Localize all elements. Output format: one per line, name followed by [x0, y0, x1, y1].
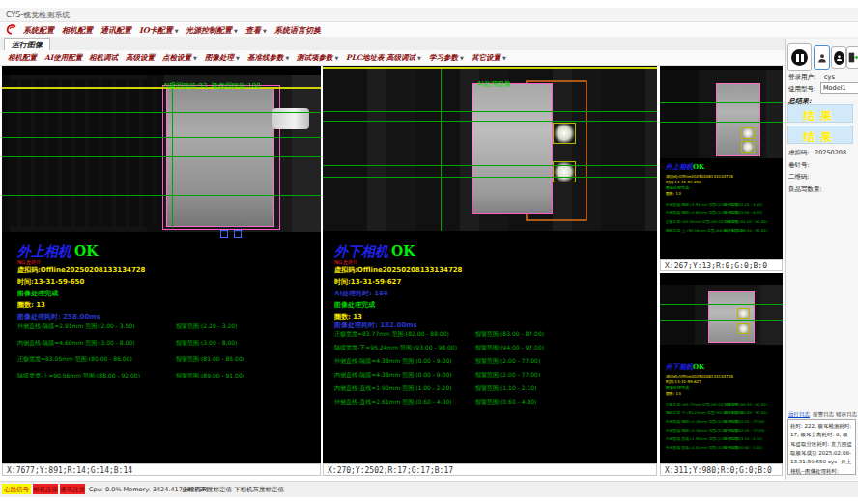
pin-number-label: 卷针号:	[788, 161, 810, 170]
processing-done: 图像处理完成	[17, 289, 58, 298]
thumb-top-photo	[660, 70, 783, 158]
alarm-range: 报警范围:(89.00 - 91.00)	[176, 372, 244, 380]
user-badge-button[interactable]	[831, 46, 846, 69]
alarm-range: 报警范围:(3.00 - 8.00)	[176, 339, 237, 348]
alarm-range: 报警范围:(2.00 - 77.00)	[724, 419, 765, 424]
menu-item-comm-config[interactable]: 通讯配置	[100, 25, 131, 36]
model-select[interactable]: Model1	[820, 82, 858, 94]
tool-learning-params[interactable]: 学习参数▼	[429, 53, 464, 63]
qr-code-label: 二维码:	[788, 173, 810, 182]
chevron-down-icon: ▼	[286, 55, 290, 61]
tool-advanced-debug[interactable]: 高级调试▼	[386, 53, 421, 63]
thumbnail-top-coordinates: X:267;Y:13;R:0;G:0;B:0	[660, 259, 783, 271]
log-text-area[interactable]: 耗时: 222, 极耳检测耗时: 17, 极耳分离耗时: 0, 极耳提取分区耗时…	[787, 419, 856, 475]
measure-value: 隔膜宽度-下=95.24mm 范围:(93.00 - 98.00)	[334, 344, 457, 352]
alarm-range: 报警范围:(0.60 - 4.00)	[475, 398, 536, 406]
turn-count: 圈数: 13	[666, 191, 681, 196]
camera-view-left[interactable]: N极间隙值:93, 吸盘间隙值:100 外上相机OK NG允许!! 虚拟码:Of…	[2, 66, 321, 463]
tool-test-params[interactable]: 测试项参数▼	[297, 53, 338, 63]
alarm-range: 报警范围:(1.10 - 2.10)	[724, 436, 762, 441]
ng-note: NG允许!!	[334, 259, 358, 266]
tab-weld-spot	[741, 141, 755, 153]
virtual-code-label: 虚拟码:	[788, 149, 810, 157]
measure-value: 内侧直线-直线=1.90mm 范围:(1.00 - 2.20)	[334, 384, 452, 393]
tab-weld-spot	[737, 323, 750, 334]
thumbnail-view-bottom[interactable]: 外下相机OK 虚拟码:Offline20250208133134728 时间:1…	[660, 273, 783, 463]
alarm-range: 报警范围:(2.20 - 3.20)	[724, 202, 762, 207]
chevron-down-icon: ▼	[234, 28, 238, 34]
battery-cell-region	[472, 83, 553, 214]
pause-button[interactable]	[787, 43, 812, 71]
measure-line	[2, 112, 321, 113]
log-tab-run[interactable]: 运行日志	[788, 411, 810, 418]
log-tab-error[interactable]: 错误日志	[836, 411, 857, 418]
menu-item-io-config[interactable]: IO卡配置▼	[139, 25, 179, 36]
camera-left-photo	[2, 75, 321, 232]
capture-time: 时间:13-31-59-627	[334, 277, 401, 287]
user-icon	[817, 52, 827, 64]
thumbnail-bottom-coordinates: X:311;Y:980;R:0;G:0;B:0	[660, 463, 783, 476]
capture-time: 时间:13-31-59-650	[666, 180, 701, 184]
measure-value: 正极宽度=83.77mm 范围:(82.00 - 88.00)	[334, 330, 449, 339]
app-window: CYS-视觉检测系统 系统配置 相机配置 通讯配置 IO卡配置▼ 光源控制配置▼…	[0, 0, 858, 504]
ai-elapsed: AI处理耗时: 166	[334, 289, 388, 298]
user-button[interactable]	[814, 45, 830, 70]
thumbnail-view-top[interactable]: 外上相机OK 虚拟码:Offline20250208133134728 时间:1…	[660, 66, 783, 259]
tool-advanced-settings[interactable]: 高级设置	[126, 53, 155, 63]
measure-line	[660, 304, 783, 305]
measure-vline	[172, 85, 173, 228]
ng-note: NG允许!!	[17, 259, 41, 266]
virtual-code: 虚拟码:Offline20250208133134728	[666, 174, 733, 179]
window-title: CYS-视觉检测系统	[6, 10, 70, 20]
bottom-camera-gray-calibration[interactable]: 下相机灰度标定值	[234, 486, 284, 494]
measure-value: 正极宽度=83.05mm 范围:(80.00 - 86.00)	[17, 355, 132, 364]
menu-item-system-config[interactable]: 系统配置	[23, 25, 54, 36]
blue-marker	[220, 230, 228, 238]
heartbeat-indicator: 心跳信号	[2, 484, 31, 494]
tool-spot-check[interactable]: 点检设置▼	[162, 53, 197, 63]
menu-item-view[interactable]: 查看▼	[245, 25, 267, 36]
menu-item-light-config[interactable]: 光源控制配置▼	[186, 25, 238, 36]
exit-button[interactable]	[846, 46, 858, 69]
alarm-range: 报警范围:(94.00 - 97.00)	[475, 344, 544, 352]
tool-other-settings[interactable]: 其它设置▼	[472, 53, 506, 63]
tool-ai-config[interactable]: AI使用配置	[44, 53, 82, 63]
measure-value: 内侧直线-隔膜=4.38mm 范围:(0.00 - 9.00)	[334, 371, 452, 379]
camera-left-coordinates: X:7677;Y:891;R:14;G:14;B:14	[2, 463, 321, 476]
virtual-code: 虚拟码:Offline20250208133134728	[666, 374, 733, 378]
camera-view-right[interactable]: AI处理图像 外下相机OK NG允许!! 虚拟码:Offline20250208…	[323, 66, 657, 463]
machine-texture	[8, 79, 162, 226]
alarm-range: 报警范围:(81.00 - 85.00)	[176, 355, 244, 364]
status-ok: OK	[391, 243, 415, 259]
tool-baseline-params[interactable]: 基准线参数▼	[247, 53, 289, 63]
alarm-range: 报警范围:(2.00 - 77.00)	[475, 357, 540, 366]
measure-line	[660, 122, 783, 123]
tool-plc-address[interactable]: PLC地址表	[346, 53, 384, 63]
chevron-down-icon: ▼	[502, 55, 506, 61]
measure-value: 外侧直线-隔膜=4.38mm 范围:(0.00 - 9.00)	[334, 357, 452, 366]
reference-yellow-line	[2, 87, 321, 89]
alarm-range: 报警范围:(3.00 - 8.00)	[724, 210, 762, 215]
camera-link-indicator: 相机连接	[33, 484, 58, 494]
alarm-range: 报警范围:(2.20 - 3.20)	[176, 322, 237, 331]
app-logo-icon	[5, 23, 17, 36]
tool-image-processing[interactable]: 图像处理▼	[205, 53, 240, 63]
camera-right-photo	[323, 69, 657, 231]
log-tab-alarm[interactable]: 报警日志	[813, 411, 834, 418]
login-user-value: cys	[824, 73, 835, 81]
measure-value: 内侧直线-隔膜=4.60mm 范围:(3.00 - 8.00)	[17, 339, 135, 348]
virtual-code-value: 20250208	[815, 149, 846, 156]
good-write-count-label: 良品写数量:	[788, 185, 822, 194]
processing-elapsed: 图像处理耗时: 182.00ms	[334, 321, 417, 330]
alarm-range: 报警范围:(1.10 - 2.10)	[475, 384, 536, 393]
blue-marker	[234, 230, 242, 238]
turn-count: 圈数: 13	[17, 300, 45, 310]
menu-item-camera-config[interactable]: 相机配置	[62, 25, 93, 36]
measure-value: 外侧直线-隔膜=2.91mm 范围:(2.00 - 3.50)	[17, 322, 135, 331]
menu-item-language-switch[interactable]: 系统语言切换	[274, 25, 321, 36]
capture-time: 时间:13-31-59-627	[666, 379, 701, 384]
tool-camera-config[interactable]: 相机配置	[8, 53, 37, 63]
top-camera-gray-calibration[interactable]: 上相机灰度标定值	[182, 486, 232, 494]
status-bar: 心跳信号 相机连接 通讯连接 Cpu: 0.0% Memory: 3424.41…	[0, 481, 858, 497]
tool-camera-debug[interactable]: 相机调试	[89, 53, 118, 63]
